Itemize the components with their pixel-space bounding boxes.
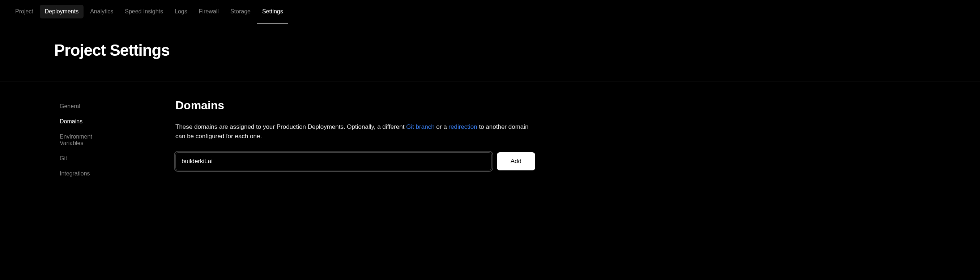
sidebar-item-git[interactable]: Git [60,151,116,166]
redirection-link[interactable]: redirection [449,123,477,130]
header-section: Project Settings [0,23,980,81]
nav-deployments[interactable]: Deployments [40,5,84,18]
nav-speed-insights[interactable]: Speed Insights [120,5,168,18]
add-button[interactable]: Add [497,152,535,170]
nav-firewall[interactable]: Firewall [194,5,224,18]
sidebar-item-integrations[interactable]: Integrations [60,166,116,181]
description-text: These domains are assigned to your Produ… [175,123,406,130]
nav-analytics[interactable]: Analytics [85,5,118,18]
git-branch-link[interactable]: Git branch [406,123,434,130]
domains-description: These domains are assigned to your Produ… [175,122,535,141]
nav-logs[interactable]: Logs [170,5,192,18]
domain-input-row: Add [175,152,535,170]
sidebar-item-environment-variables[interactable]: Environment Variables [60,129,116,151]
main-content: Domains These domains are assigned to yo… [116,99,557,181]
settings-sidebar: General Domains Environment Variables Gi… [0,99,116,181]
nav-storage[interactable]: Storage [225,5,256,18]
nav-settings[interactable]: Settings [257,5,288,18]
page-title: Project Settings [54,41,980,59]
sidebar-item-domains[interactable]: Domains [60,114,116,129]
description-text: or a [435,123,449,130]
sidebar-item-general[interactable]: General [60,99,116,114]
top-nav: Project Deployments Analytics Speed Insi… [0,0,980,23]
domain-input[interactable] [175,152,492,170]
nav-project[interactable]: Project [10,5,38,18]
section-title: Domains [175,99,535,112]
content-wrapper: General Domains Environment Variables Gi… [0,81,980,181]
